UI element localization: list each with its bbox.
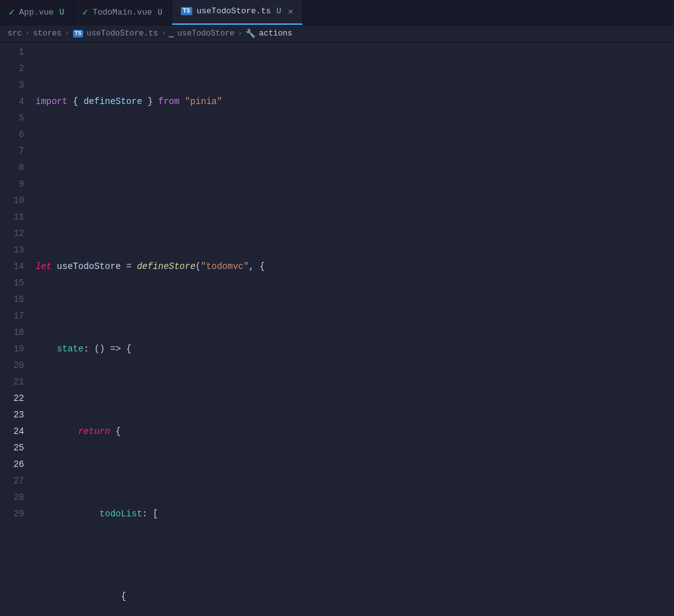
breadcrumb-sep: › xyxy=(25,29,30,38)
line-numbers: 1 2 3 4 5 6 7 8 9 10 11 12 13 14 15 16 1… xyxy=(0,43,30,614)
code-line-4: state: () => { xyxy=(36,341,674,357)
code-editor[interactable]: 1 2 3 4 5 6 7 8 9 10 11 12 13 14 15 16 1… xyxy=(0,43,674,614)
breadcrumb-sep: › xyxy=(237,29,242,38)
tab-label: useTodoStore.ts xyxy=(197,6,271,16)
code-line-7: { xyxy=(36,588,674,605)
code-line-6: todoList: [ xyxy=(36,506,674,522)
tab-use-todo-store[interactable]: TS useTodoStore.ts U ✕ xyxy=(172,0,303,25)
code-content[interactable]: import { defineStore } from "pinia" let … xyxy=(30,43,674,614)
tab-close-button[interactable]: ✕ xyxy=(288,6,293,16)
breadcrumb-src: src xyxy=(8,29,22,38)
tab-modified-indicator: U xyxy=(60,8,64,17)
vue-icon: ✓ xyxy=(9,6,15,18)
code-line-3: let useTodoStore = defineStore("todomvc"… xyxy=(36,258,674,275)
breadcrumb-stores: stores xyxy=(33,29,62,38)
code-line-1: import { defineStore } from "pinia" xyxy=(36,93,674,110)
tab-label: TodoMain.vue xyxy=(93,8,152,17)
tab-modified-indicator: U xyxy=(277,7,281,16)
tab-label: App.vue xyxy=(19,8,54,17)
breadcrumb-symbol-icon: ⎯ xyxy=(169,29,174,38)
breadcrumb-wrench-icon: 🔧 xyxy=(246,29,256,39)
ts-icon: TS xyxy=(73,30,84,37)
tab-modified-indicator: U xyxy=(158,8,162,17)
breadcrumb-sep: › xyxy=(65,29,70,38)
tab-bar: ✓ App.vue U ✓ TodoMain.vue U TS useTodoS… xyxy=(0,0,674,25)
tab-todo-main[interactable]: ✓ TodoMain.vue U xyxy=(74,0,172,25)
tab-app-vue[interactable]: ✓ App.vue U xyxy=(0,0,74,25)
breadcrumb-actions: actions xyxy=(259,29,293,38)
code-line-5: return { xyxy=(36,423,674,440)
code-line-2 xyxy=(36,176,674,192)
breadcrumb-store-name: useTodoStore xyxy=(177,29,234,38)
ts-icon: TS xyxy=(181,7,192,15)
breadcrumb-sep: › xyxy=(161,29,166,38)
breadcrumb: src › stores › TS useTodoStore.ts › ⎯ us… xyxy=(0,25,674,43)
breadcrumb-filename: useTodoStore.ts xyxy=(86,29,158,38)
vue-icon: ✓ xyxy=(83,6,88,18)
